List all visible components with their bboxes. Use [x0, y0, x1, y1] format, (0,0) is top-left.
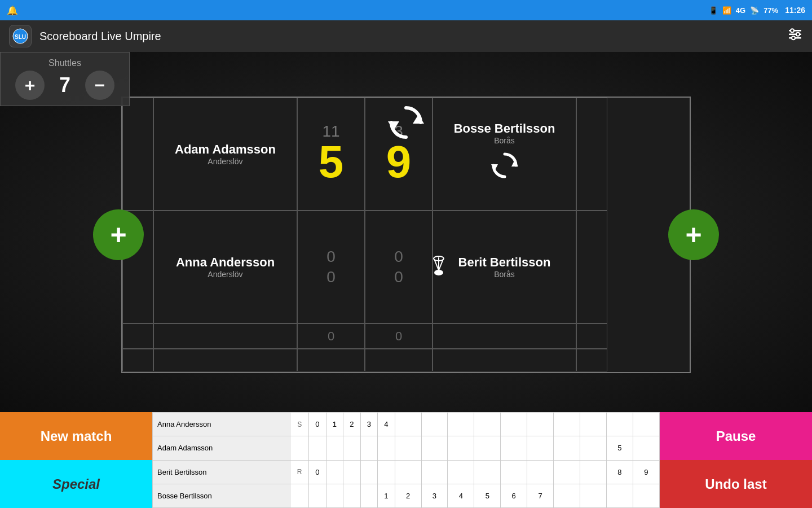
score-bosse-14 [633, 484, 659, 507]
score-bottom2-left: 0 [297, 323, 365, 349]
shuttles-count: 7 [54, 73, 76, 97]
svg-marker-8 [511, 160, 518, 167]
score-berit-8 [474, 460, 501, 484]
left-buttons: New match Special [0, 412, 152, 508]
score-current-left: 5 [319, 139, 344, 185]
score-adam-3 [360, 436, 377, 460]
player-bottom-right-city: Borås [494, 270, 515, 279]
score-bottom-right-cell: 0 0 [365, 211, 433, 323]
score-adam-7 [448, 436, 474, 460]
score-bottom2-right: 0 [365, 323, 433, 349]
player-top-left-name: Adam Adamsson [175, 142, 276, 157]
score-anna-5 [395, 413, 421, 436]
score-anna-6 [421, 413, 448, 436]
shuttle-add-icon: + [25, 75, 36, 96]
score-adam-0 [309, 436, 326, 460]
player-top-right-cell: Bosse Bertilsson Borås [433, 98, 576, 211]
right-plus-icon: + [685, 221, 701, 249]
score-adam-10 [527, 436, 554, 460]
score-anna-12 [580, 413, 607, 436]
shuttlecock-icon [429, 255, 449, 279]
score-berit-14: 9 [633, 460, 659, 484]
sync-icon [489, 150, 520, 187]
undo-last-button[interactable]: Undo last [660, 460, 812, 508]
player-top-left-cell: Adam Adamsson Anderslöv [153, 98, 297, 211]
score-row-adam: Adam Adamsson 5 [153, 436, 660, 460]
score-name-adam: Adam Adamsson [153, 436, 290, 460]
shuttle-minus-icon: − [95, 75, 105, 96]
player-bottom-left-city: Anderslöv [208, 270, 242, 279]
score-marker-bosse [290, 484, 309, 507]
svg-point-5 [791, 29, 794, 32]
player-bottom-right-name: Berit Bertilsson [458, 255, 551, 270]
court-cell-r4c2 [153, 349, 297, 371]
court-cell-r4c4 [365, 349, 433, 371]
svg-marker-16 [388, 121, 399, 130]
score-set-right-1: 0 [394, 249, 403, 265]
score-berit-4 [378, 460, 395, 484]
score-current-right: 9 [386, 139, 412, 185]
score-bottom-left-cell: 0 0 [297, 211, 365, 323]
court-cell-r3c6 [576, 323, 607, 349]
score-anna-2: 2 [343, 413, 360, 436]
signal-icon: 📡 [750, 6, 759, 15]
network-label: 4G [736, 6, 745, 15]
court: Adam Adamsson Anderslöv 11 5 3 9 Bosse B… [121, 97, 691, 373]
court-cell-r1c1 [122, 98, 153, 211]
score-anna-13 [606, 413, 633, 436]
score-table-container: Anna Andersson S 0 1 2 3 4 [152, 412, 660, 508]
score-row-anna: Anna Andersson S 0 1 2 3 4 [153, 413, 660, 436]
settings-icon[interactable] [787, 27, 803, 46]
score-b2-left: 0 [328, 329, 334, 344]
court-cell-r3c2 [153, 323, 297, 349]
swap-button[interactable] [386, 102, 426, 144]
score-adam-14 [633, 436, 659, 460]
special-button[interactable]: Special [0, 460, 152, 508]
right-add-score-button[interactable]: + [668, 209, 719, 260]
score-name-bosse: Bosse Bertilsson [153, 484, 290, 507]
score-anna-10 [527, 413, 554, 436]
score-bosse-9: 6 [501, 484, 527, 507]
court-wrapper: + Adam Adamsson Anderslöv 11 5 3 9 Bosse… [121, 97, 691, 373]
score-top-left-cell: 11 5 [297, 98, 365, 211]
score-anna-4: 4 [378, 413, 395, 436]
left-add-score-button[interactable]: + [93, 209, 144, 260]
status-bar: 🔔 📱 📶 4G 📡 77% 11:26 [0, 0, 812, 20]
status-right: 📱 📶 4G 📡 77% 11:26 [709, 6, 805, 15]
player-top-right-name: Bosse Bertilsson [454, 121, 555, 136]
score-adam-1 [326, 436, 343, 460]
shuttles-controls: + 7 − [15, 71, 114, 100]
player-bottom-left-name: Anna Andersson [176, 255, 275, 270]
shuttles-panel: Shuttles + 7 − [0, 52, 130, 106]
score-adam-6 [421, 436, 448, 460]
player-bottom-right-cell: Berit Bertilsson Borås [433, 211, 576, 323]
new-match-button[interactable]: New match [0, 412, 152, 460]
svg-point-6 [796, 33, 800, 36]
svg-point-7 [792, 36, 795, 40]
wifi-icon: 📶 [722, 6, 731, 15]
score-set-left-1: 0 [326, 249, 336, 265]
score-marker-berit: R [290, 460, 309, 484]
score-berit-13: 8 [606, 460, 633, 484]
court-cell-r4c5 [433, 349, 576, 371]
pause-button[interactable]: Pause [660, 412, 812, 460]
score-bosse-1 [326, 484, 343, 507]
shuttles-label: Shuttles [48, 58, 81, 68]
shuttle-add-button[interactable]: + [15, 71, 45, 100]
score-bosse-2 [343, 484, 360, 507]
player-bottom-left-cell: Anna Andersson Anderslöv [153, 211, 297, 323]
score-marker-anna: S [290, 413, 309, 436]
score-anna-1: 1 [326, 413, 343, 436]
score-name-anna: Anna Andersson [153, 413, 290, 436]
score-set-left-2: 0 [326, 269, 336, 285]
svg-point-10 [434, 270, 443, 275]
court-cell-r1c6 [576, 98, 607, 211]
score-bosse-13 [606, 484, 633, 507]
score-bosse-3 [360, 484, 377, 507]
shuttle-minus-button[interactable]: − [85, 71, 114, 100]
score-row-bosse: Bosse Bertilsson 1 2 3 4 5 6 7 [153, 484, 660, 507]
score-bosse-8: 5 [474, 484, 501, 507]
court-cell-r3c1 [122, 323, 153, 349]
score-table: Anna Andersson S 0 1 2 3 4 [152, 412, 660, 508]
score-bosse-5: 2 [395, 484, 421, 507]
